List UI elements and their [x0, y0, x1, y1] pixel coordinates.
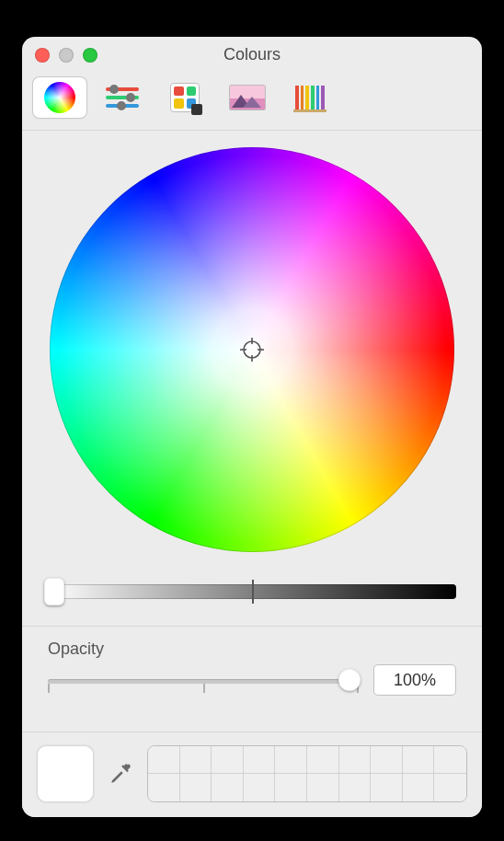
swatch-slot[interactable] [244, 774, 276, 801]
tab-colour-palettes[interactable] [158, 77, 212, 118]
colour-wheel-icon [44, 82, 75, 113]
tab-colour-wheel[interactable] [33, 77, 86, 118]
window-title: Colours [223, 45, 281, 64]
sliders-icon [106, 83, 139, 112]
tab-image-palettes[interactable] [221, 77, 274, 118]
swatch-slot[interactable] [212, 746, 244, 774]
pencils-icon [293, 83, 326, 112]
swatch-slot[interactable] [403, 774, 435, 801]
swatch-slot[interactable] [148, 746, 180, 774]
brightness-slider[interactable] [48, 578, 456, 604]
opacity-row: 100% [48, 664, 456, 696]
swatch-slot[interactable] [434, 774, 466, 801]
opacity-label: Opacity [48, 639, 456, 659]
brightness-knob[interactable] [44, 578, 64, 605]
swatch-slot[interactable] [212, 774, 244, 801]
swatch-slot[interactable] [180, 774, 212, 801]
fullscreen-button[interactable] [83, 48, 97, 63]
swatch-slot[interactable] [371, 774, 403, 801]
brightness-midpoint-tick [252, 580, 254, 604]
eyedropper-button[interactable] [107, 762, 134, 786]
opacity-knob[interactable] [338, 669, 361, 691]
swatch-slot[interactable] [275, 774, 307, 801]
titlebar: Colours [22, 37, 482, 72]
swatch-slot[interactable] [307, 774, 339, 801]
swatch-slot[interactable] [307, 746, 339, 774]
colour-picker-window: Colours [22, 37, 482, 817]
swatch-slot[interactable] [339, 746, 372, 774]
minimise-button [59, 48, 74, 63]
swatch-slot[interactable] [371, 746, 403, 774]
swatch-slot[interactable] [403, 746, 435, 774]
traffic-lights [35, 48, 97, 63]
swatch-slot[interactable] [148, 774, 180, 801]
tab-colour-sliders[interactable] [96, 77, 149, 118]
divider [22, 626, 482, 627]
saved-swatches[interactable] [147, 745, 467, 802]
swatch-slot[interactable] [434, 746, 466, 774]
close-button[interactable] [35, 48, 50, 63]
picker-mode-toolbar [22, 72, 482, 131]
colour-wheel[interactable] [50, 147, 454, 552]
tab-pencils[interactable] [283, 77, 337, 118]
current-colour-swatch[interactable] [37, 745, 94, 802]
eyedropper-icon [109, 762, 132, 786]
opacity-field[interactable]: 100% [373, 664, 456, 696]
picker-body: Opacity 100% [22, 131, 482, 696]
swatch-footer [22, 732, 482, 817]
palette-icon [170, 83, 200, 112]
image-icon [229, 85, 266, 110]
swatch-slot[interactable] [180, 746, 212, 774]
swatch-slot[interactable] [339, 774, 372, 801]
swatch-slot[interactable] [244, 746, 276, 774]
swatch-slot[interactable] [275, 746, 307, 774]
opacity-slider[interactable] [48, 667, 359, 693]
